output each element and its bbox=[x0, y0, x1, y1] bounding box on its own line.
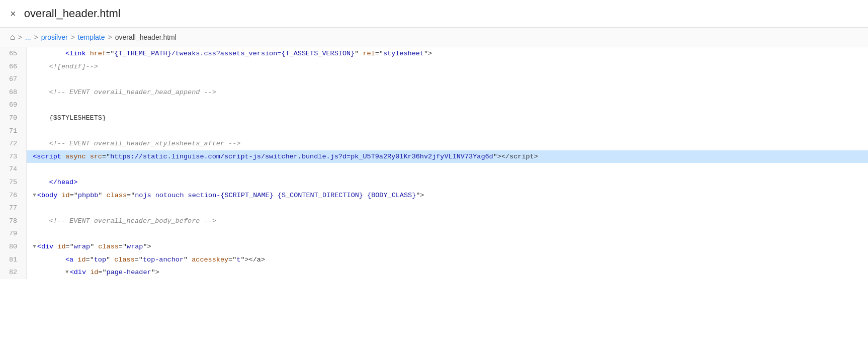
code-line-70[interactable]: {$STYLESHEETS} bbox=[27, 112, 868, 125]
line-num-65: 65 bbox=[7, 47, 19, 60]
breadcrumb-prosilver[interactable]: prosilver bbox=[41, 33, 68, 41]
file-title: overall_header.html bbox=[24, 7, 121, 20]
line-num-68: 68 bbox=[7, 86, 19, 99]
code-line-69[interactable] bbox=[27, 99, 868, 112]
home-icon[interactable]: ⌂ bbox=[10, 33, 15, 42]
line-num-70: 70 bbox=[7, 112, 19, 125]
line-num-78: 78 bbox=[7, 215, 19, 228]
collapse-arrow-76[interactable]: ▼ bbox=[33, 189, 36, 202]
line-num-75: 75 bbox=[7, 176, 19, 189]
code-line-82[interactable]: ▼<div id="page-header"> bbox=[27, 266, 868, 279]
code-line-81[interactable]: <a id="top" class="top-anchor" accesskey… bbox=[27, 253, 868, 267]
breadcrumb-separator-1: > bbox=[34, 33, 38, 41]
code-line-75[interactable]: </head> bbox=[27, 176, 868, 189]
code-line-73[interactable]: <script async src="https://static.lingui… bbox=[27, 150, 868, 163]
collapse-arrow-82[interactable]: ▼ bbox=[65, 266, 69, 279]
breadcrumb: ⌂ > ... > prosilver > template > overall… bbox=[0, 28, 868, 47]
code-line-77[interactable] bbox=[27, 202, 868, 215]
line-num-79: 79 bbox=[7, 227, 19, 240]
line-num-82: 82 bbox=[7, 266, 19, 279]
close-button[interactable]: × bbox=[10, 9, 16, 19]
code-line-80[interactable]: ▼<div id="wrap" class="wrap"> bbox=[27, 240, 868, 253]
code-line-79[interactable] bbox=[27, 227, 868, 240]
collapse-arrow-80[interactable]: ▼ bbox=[33, 240, 36, 253]
code-line-78[interactable]: <!-- EVENT overall_header_body_before --… bbox=[27, 215, 868, 228]
line-num-66: 66 bbox=[7, 60, 19, 73]
code-line-76[interactable]: ▼<body id="phpbb" class="nojs notouch se… bbox=[27, 189, 868, 202]
code-line-68[interactable]: <!-- EVENT overall_header_head_append --… bbox=[27, 86, 868, 99]
code-line-67[interactable] bbox=[27, 73, 868, 86]
code-line-72[interactable]: <!-- EVENT overall_header_stylesheets_af… bbox=[27, 137, 868, 150]
code-line-66[interactable]: <![endif]--> bbox=[27, 60, 868, 73]
line-num-71: 71 bbox=[7, 125, 19, 138]
code-line-74[interactable] bbox=[27, 163, 868, 176]
code-line-71[interactable] bbox=[27, 125, 868, 138]
code-lines: <link href="{T_THEME_PATH}/tweaks.css?as… bbox=[27, 47, 868, 279]
line-num-77: 77 bbox=[7, 202, 19, 215]
breadcrumb-current-file: overall_header.html bbox=[115, 33, 177, 41]
breadcrumb-separator-3: > bbox=[108, 33, 112, 41]
breadcrumb-separator-2: > bbox=[71, 33, 75, 41]
line-num-72: 72 bbox=[7, 137, 19, 150]
breadcrumb-template[interactable]: template bbox=[78, 33, 105, 41]
code-line-65[interactable]: <link href="{T_THEME_PATH}/tweaks.css?as… bbox=[27, 47, 868, 60]
line-num-67: 67 bbox=[7, 73, 19, 86]
line-num-81: 81 bbox=[7, 253, 19, 267]
title-bar: × overall_header.html bbox=[0, 0, 868, 28]
line-num-73: 73 bbox=[7, 150, 19, 163]
line-num-69: 69 bbox=[7, 99, 19, 112]
line-num-74: 74 bbox=[7, 163, 19, 176]
line-num-80: 80 bbox=[7, 240, 19, 253]
line-numbers: 65 66 67 68 69 70 71 72 73 74 75 76 77 7… bbox=[0, 47, 27, 279]
breadcrumb-separator-0: > bbox=[18, 33, 22, 41]
code-editor: 65 66 67 68 69 70 71 72 73 74 75 76 77 7… bbox=[0, 47, 868, 279]
line-num-76: 76 bbox=[7, 189, 19, 202]
breadcrumb-dots[interactable]: ... bbox=[25, 33, 31, 41]
